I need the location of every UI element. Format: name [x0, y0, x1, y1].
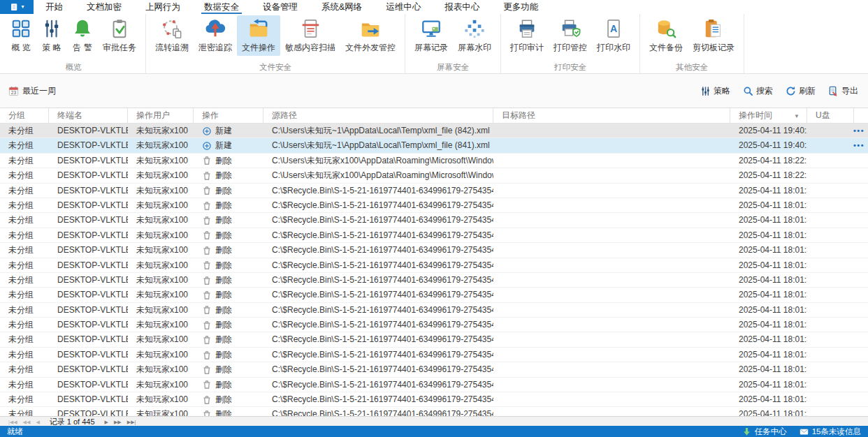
table-row[interactable]: 未分组 DESKTOP-VLKTLE1 未知玩家x100 删除 C:\$Recy…: [0, 378, 868, 392]
cell-terminal: DESKTOP-VLKTLE1: [49, 303, 128, 318]
column-header[interactable]: 操作: [194, 108, 263, 123]
date-range-filter[interactable]: 23 最近一周: [8, 85, 56, 97]
trash-icon: [202, 201, 212, 211]
ribbon-button[interactable]: A 打印水印: [592, 15, 635, 56]
row-more-button[interactable]: •••: [853, 138, 865, 153]
ribbon-button[interactable]: 敏感内容扫描: [280, 15, 340, 56]
last-page-button[interactable]: ▶▶|: [127, 420, 136, 424]
ribbon-button[interactable]: 文件操作: [237, 15, 280, 56]
ribbon-button[interactable]: 文件备份: [644, 15, 688, 56]
unread-messages-button[interactable]: 15条未读信息: [800, 427, 861, 437]
table-row[interactable]: 未分组 DESKTOP-VLKTLE1 未知玩家x100 删除 C:\$Recy…: [0, 258, 868, 273]
table-row[interactable]: 未分组 DESKTOP-VLKTLE1 未知玩家x100 删除 C:\$Recy…: [0, 362, 868, 377]
column-header[interactable]: 终端名: [49, 108, 128, 123]
menu-tab-1[interactable]: 开始: [34, 0, 75, 14]
cell-user: 未知玩家x100: [128, 258, 194, 273]
table-row[interactable]: 未分组 DESKTOP-VLKTLE1 未知玩家x100 删除 C:\$Recy…: [0, 228, 868, 243]
table-row[interactable]: 未分组 DESKTOP-VLKTLE1 未知玩家x100 删除 C:\$Recy…: [0, 332, 868, 347]
menu-tab-9[interactable]: 更多功能: [491, 0, 550, 14]
cell-target-path: [493, 168, 730, 183]
fast-backward-button[interactable]: ◀◀: [23, 420, 31, 424]
cell-operation-time: 2025-04-11 18:01:38: [730, 303, 807, 318]
cell-usb: [807, 154, 854, 168]
table-row[interactable]: 未分组 DESKTOP-VLKTLE1 未知玩家x100 删除 C:\$Recy…: [0, 407, 868, 416]
ribbon-group: 概 览 策 略 告 警 审批任务 概览: [1, 14, 146, 73]
ribbon-group-label: 屏幕安全: [405, 62, 500, 73]
table-row[interactable]: 未分组 DESKTOP-VLKTLE1 未知玩家x100 删除 C:\$Recy…: [0, 288, 868, 302]
column-header[interactable]: 操作时间 ▼: [730, 108, 807, 123]
table-row[interactable]: 未分组 DESKTOP-VLKTLE1 未知玩家x100 删除 C:\$Recy…: [0, 303, 868, 318]
prev-record-button[interactable]: ◀: [36, 420, 39, 424]
menu-tab-2[interactable]: 文档加密: [75, 0, 133, 14]
menu-tab-8[interactable]: 报表中心: [433, 0, 491, 14]
cell-group: 未分组: [0, 318, 49, 332]
cell-user: 未知玩家x100: [128, 318, 194, 332]
ribbon-group-label: 打印安全: [501, 62, 639, 73]
cell-terminal: DESKTOP-VLKTLE1: [49, 198, 128, 213]
ribbon-button[interactable]: 泄密追踪: [194, 15, 237, 56]
plus-circle-icon: [202, 126, 212, 136]
ribbon-button[interactable]: 文件外发管控: [340, 15, 400, 56]
cell-user: 未知玩家x100: [128, 407, 194, 416]
table-row[interactable]: 未分组 DESKTOP-VLKTLE1 未知玩家x100 新建 C:\Users…: [0, 124, 868, 138]
table-row[interactable]: 未分组 DESKTOP-VLKTLE1 未知玩家x100 新建 C:\Users…: [0, 138, 868, 153]
menu-tab-7[interactable]: 运维中心: [374, 0, 433, 14]
task-center-button[interactable]: 任务中心: [742, 427, 787, 437]
ribbon-button[interactable]: 屏幕水印: [453, 15, 496, 56]
table-row[interactable]: 未分组 DESKTOP-VLKTLE1 未知玩家x100 删除 C:\$Recy…: [0, 392, 868, 407]
cell-source-path: C:\$Recycle.Bin\S-1-5-21-1619774401-6349…: [263, 392, 493, 407]
table-row[interactable]: 未分组 DESKTOP-VLKTLE1 未知玩家x100 删除 C:\$Recy…: [0, 243, 868, 258]
cell-operation: 删除: [194, 154, 263, 168]
menu-tab-4[interactable]: 数据安全: [192, 0, 251, 14]
menu-tab-3[interactable]: 上网行为: [133, 0, 192, 14]
ribbon-button[interactable]: 剪切板记录: [688, 15, 739, 56]
next-record-button[interactable]: ▶: [105, 420, 108, 424]
table-row[interactable]: 未分组 DESKTOP-VLKTLE1 未知玩家x100 删除 C:\$Recy…: [0, 318, 868, 332]
ribbon-button[interactable]: 打印审计: [505, 15, 549, 56]
refresh-action[interactable]: 刷新: [786, 85, 816, 97]
export-action[interactable]: 导出: [828, 85, 858, 97]
search-icon: [743, 86, 753, 96]
svg-text:23: 23: [11, 90, 17, 95]
trash-icon: [202, 260, 212, 270]
mail-icon: [800, 427, 809, 436]
ribbon-button[interactable]: 审批任务: [98, 15, 141, 56]
row-more-button[interactable]: •••: [853, 124, 865, 138]
ribbon-group-label: 文件安全: [146, 62, 405, 73]
trash-icon: [202, 246, 212, 255]
first-page-button[interactable]: |◀◀: [8, 420, 17, 424]
table-row[interactable]: 未分组 DESKTOP-VLKTLE1 未知玩家x100 删除 C:\Users…: [0, 168, 868, 183]
ribbon-button[interactable]: 策 略: [36, 15, 67, 56]
column-header[interactable]: 源路径: [263, 108, 493, 123]
ribbon-button-label: 打印水印: [597, 42, 630, 54]
export-icon: [828, 86, 839, 96]
table-row[interactable]: 未分组 DESKTOP-VLKTLE1 未知玩家x100 删除 C:\Users…: [0, 154, 868, 168]
cell-usb: [807, 348, 854, 362]
sliders-action[interactable]: 策略: [700, 85, 730, 97]
ribbon-button[interactable]: 概 览: [6, 15, 36, 56]
table-row[interactable]: 未分组 DESKTOP-VLKTLE1 未知玩家x100 删除 C:\$Recy…: [0, 213, 868, 228]
column-header[interactable]: U盘: [807, 108, 854, 123]
cloud-leak-icon: [205, 18, 226, 39]
ribbon-button[interactable]: 流转追溯: [150, 15, 194, 56]
column-header[interactable]: 分组: [0, 108, 49, 123]
ribbon-button[interactable]: 告 警: [67, 15, 98, 56]
cell-user: 未知玩家x100: [128, 243, 194, 258]
cell-target-path: [493, 138, 730, 153]
app-menu-button[interactable]: ▾: [0, 0, 34, 14]
table-row[interactable]: 未分组 DESKTOP-VLKTLE1 未知玩家x100 删除 C:\$Recy…: [0, 273, 868, 288]
ribbon-button[interactable]: 打印管控: [549, 15, 592, 56]
ribbon-button[interactable]: 屏幕记录: [410, 15, 453, 56]
search-action[interactable]: 搜索: [743, 85, 773, 97]
cell-terminal: DESKTOP-VLKTLE1: [49, 228, 128, 243]
column-header[interactable]: 目标路径: [493, 108, 730, 123]
fast-forward-button[interactable]: ▶▶: [114, 420, 122, 424]
time-filter-arrow-icon[interactable]: ▼: [794, 113, 800, 119]
table-row[interactable]: 未分组 DESKTOP-VLKTLE1 未知玩家x100 删除 C:\$Recy…: [0, 198, 868, 213]
menu-tab-6[interactable]: 系统&网络: [310, 0, 374, 14]
menu-tab-5[interactable]: 设备管理: [251, 0, 310, 14]
table-row[interactable]: 未分组 DESKTOP-VLKTLE1 未知玩家x100 删除 C:\$Recy…: [0, 184, 868, 198]
printer-icon: [516, 18, 537, 39]
table-row[interactable]: 未分组 DESKTOP-VLKTLE1 未知玩家x100 删除 C:\$Recy…: [0, 348, 868, 362]
column-header[interactable]: 操作用户: [128, 108, 194, 123]
